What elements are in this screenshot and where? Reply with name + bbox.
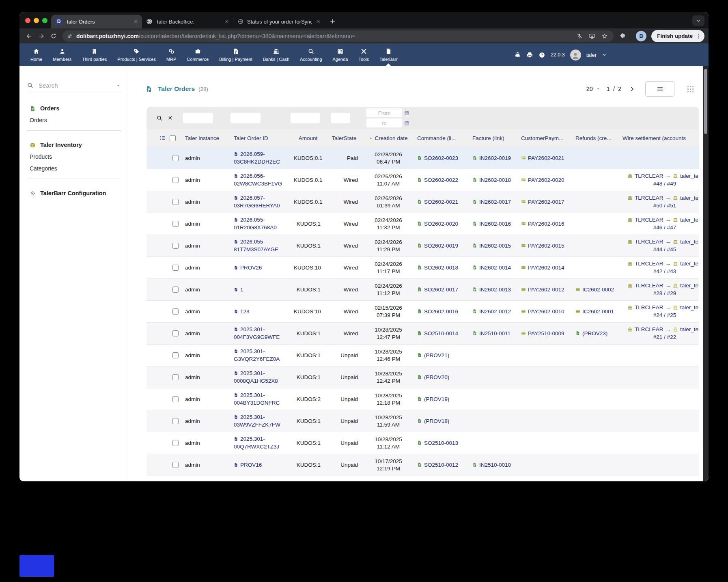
wire-source-link[interactable]: TLRCLEAR bbox=[635, 195, 663, 201]
bookmark-star-icon[interactable] bbox=[601, 33, 608, 39]
filter-date-from-input[interactable] bbox=[366, 108, 402, 117]
wire-refs-link[interactable]: #24 / #25 bbox=[653, 312, 676, 318]
column-header[interactable]: Taler Instance bbox=[182, 135, 230, 141]
nav-item-accounting[interactable]: Accounting bbox=[295, 43, 327, 66]
sidebar-item-orders[interactable]: Orders bbox=[19, 112, 127, 123]
order-id-link[interactable]: 2025.301- bbox=[240, 348, 265, 354]
order-id-link[interactable]: 2025.301- bbox=[240, 392, 265, 398]
facture-link[interactable]: IN2602-0013 bbox=[479, 287, 511, 293]
save-page-icon[interactable] bbox=[589, 33, 595, 39]
row-checkbox[interactable] bbox=[172, 352, 179, 358]
commande-link[interactable]: SO2602-0021 bbox=[424, 199, 458, 205]
help-icon[interactable]: ? bbox=[538, 52, 545, 58]
customer-payment-link[interactable]: PAY2602-0020 bbox=[528, 177, 564, 183]
order-id-link[interactable]: 03W9VZFFZK7FW bbox=[234, 422, 280, 428]
wire-target-link[interactable]: taler_te bbox=[680, 173, 698, 179]
commande-link[interactable]: (PROV20) bbox=[424, 374, 449, 380]
row-checkbox[interactable] bbox=[172, 221, 179, 227]
order-id-link[interactable]: G3VQR2Y6FEZ0A bbox=[234, 356, 280, 362]
browser-tab[interactable]: DTaler Orders bbox=[51, 15, 142, 28]
zoom-window-button[interactable] bbox=[42, 18, 47, 23]
commande-link[interactable]: SO2602-0018 bbox=[424, 265, 458, 271]
row-checkbox[interactable] bbox=[172, 177, 179, 183]
wire-source-link[interactable]: TLRCLEAR bbox=[635, 304, 663, 310]
filter-input-amount[interactable] bbox=[291, 113, 320, 123]
order-id-link[interactable]: 2026.055- bbox=[240, 239, 265, 245]
column-header[interactable]: CustomerPaym... bbox=[518, 135, 572, 141]
customer-payment-link[interactable]: PAY2602-0012 bbox=[528, 287, 564, 293]
wire-refs-link[interactable]: #48 / #49 bbox=[653, 181, 676, 187]
column-header[interactable]: TalerState bbox=[325, 135, 363, 141]
order-id-link[interactable]: PROV16 bbox=[240, 462, 262, 468]
mic-blocked-icon[interactable] bbox=[576, 33, 583, 39]
column-selector-icon[interactable] bbox=[159, 135, 166, 141]
commande-link[interactable]: (PROV21) bbox=[424, 352, 449, 358]
browser-tab[interactable]: Taler Backoffice: bbox=[142, 15, 233, 28]
commande-link[interactable]: (PROV18) bbox=[424, 418, 449, 424]
order-id-link[interactable]: 2025.301- bbox=[240, 370, 265, 376]
customer-payment-link[interactable]: PAY2602-0010 bbox=[528, 308, 564, 315]
nav-item-banks-cash[interactable]: Banks | Cash bbox=[258, 43, 295, 66]
column-header[interactable]: Refunds (cre... bbox=[572, 135, 619, 141]
order-id-link[interactable]: 2025.301- bbox=[240, 326, 265, 332]
order-id-link[interactable]: 2026.056- bbox=[240, 173, 265, 179]
close-window-button[interactable] bbox=[25, 18, 30, 23]
filter-input-taler-instance[interactable] bbox=[183, 113, 213, 123]
scrollbar-thumb[interactable] bbox=[704, 69, 707, 134]
customer-payment-link[interactable]: PAY2602-0016 bbox=[528, 221, 564, 227]
column-header[interactable]: Facture (link) bbox=[469, 135, 518, 141]
order-id-link[interactable]: 0008QA1HG52X8 bbox=[234, 378, 278, 384]
facture-link[interactable]: IN2602-0019 bbox=[479, 155, 511, 161]
row-checkbox[interactable] bbox=[172, 418, 179, 424]
sidebar-section-title[interactable]: Taler Inventory bbox=[19, 142, 127, 148]
column-header[interactable]: Amount bbox=[291, 135, 325, 141]
row-checkbox[interactable] bbox=[172, 308, 179, 315]
commande-link[interactable]: SO2602-0022 bbox=[424, 177, 458, 183]
nav-item-tools[interactable]: Tools bbox=[353, 43, 374, 66]
nav-item-commerce[interactable]: Commerce bbox=[181, 43, 214, 66]
commande-link[interactable]: (PROV19) bbox=[424, 396, 449, 402]
facture-link[interactable]: IN2510-0011 bbox=[479, 330, 510, 336]
commande-link[interactable]: SO2602-0020 bbox=[424, 221, 458, 227]
order-id-link[interactable]: 2025.301- bbox=[240, 436, 265, 442]
next-page-button[interactable] bbox=[629, 86, 635, 92]
customer-payment-link[interactable]: PAY2602-0015 bbox=[528, 243, 564, 249]
vertical-scrollbar[interactable] bbox=[703, 66, 709, 481]
order-id-link[interactable]: 03R7GG6HERYA0 bbox=[234, 203, 280, 209]
grid-view-button[interactable] bbox=[686, 85, 695, 93]
facture-link[interactable]: IN2510-0010 bbox=[479, 462, 511, 468]
commande-link[interactable]: SO2602-0016 bbox=[424, 308, 458, 315]
wire-refs-link[interactable]: #50 / #51 bbox=[653, 203, 676, 209]
wire-target-link[interactable]: taler_te bbox=[680, 282, 698, 289]
calendar-icon[interactable] bbox=[404, 110, 409, 116]
username-label[interactable]: taler bbox=[586, 52, 597, 58]
order-id-link[interactable]: 004BY31DGNFRC bbox=[234, 400, 280, 406]
select-all-checkbox[interactable] bbox=[170, 135, 176, 141]
customer-payment-link[interactable]: PAY2602-0017 bbox=[528, 199, 564, 205]
commande-link[interactable]: SO2602-0019 bbox=[424, 243, 458, 249]
tab-search-button[interactable] bbox=[692, 15, 704, 26]
nav-item-home[interactable]: Home bbox=[25, 43, 47, 66]
row-checkbox[interactable] bbox=[172, 440, 179, 446]
facture-link[interactable]: IN2602-0015 bbox=[479, 243, 511, 249]
row-checkbox[interactable] bbox=[172, 155, 179, 161]
wire-target-link[interactable]: taler_te bbox=[680, 304, 698, 310]
commande-link[interactable]: SO2510-0013 bbox=[424, 440, 458, 446]
commande-link[interactable]: SO2510-0012 bbox=[424, 462, 458, 468]
wire-source-link[interactable]: TLRCLEAR bbox=[635, 217, 663, 223]
extensions-icon[interactable] bbox=[617, 30, 628, 42]
tab-close-icon[interactable] bbox=[224, 19, 230, 24]
filter-search-icon[interactable] bbox=[156, 115, 163, 121]
customer-payment-link[interactable]: PAY2602-0014 bbox=[528, 265, 564, 271]
facture-link[interactable]: IN2602-0014 bbox=[479, 265, 511, 271]
refund-link[interactable]: (PROV23) bbox=[582, 330, 607, 336]
order-id-link[interactable]: 02W8CWC3BF1VG bbox=[234, 181, 282, 187]
search-dropdown-caret-icon[interactable] bbox=[116, 83, 121, 88]
order-id-link[interactable]: 123 bbox=[240, 308, 250, 315]
commande-link[interactable]: SO2510-0014 bbox=[424, 330, 458, 336]
column-header[interactable]: Taler Order ID bbox=[230, 135, 291, 141]
facture-link[interactable]: IN2602-0016 bbox=[479, 221, 511, 227]
nav-item-billing-payment[interactable]: $Billing | Payment bbox=[214, 43, 258, 66]
forward-button[interactable] bbox=[36, 30, 47, 42]
row-checkbox[interactable] bbox=[172, 462, 179, 468]
